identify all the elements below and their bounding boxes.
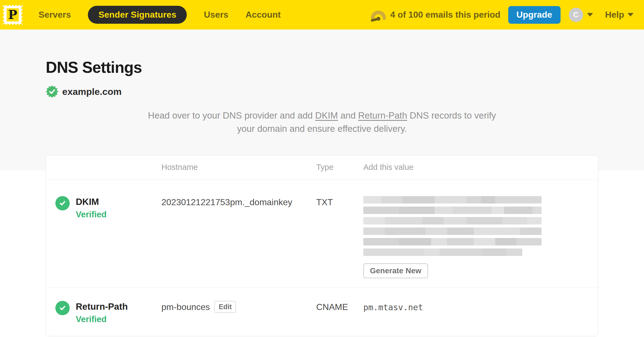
status-badge: Verified — [76, 210, 107, 219]
domain-row: example.com — [46, 85, 598, 98]
avatar[interactable]: C — [569, 8, 583, 22]
table-row-return-path: Return-Path Verified pm-bounces Edit CNA… — [46, 287, 598, 336]
dkim-hostname-cell: 20230121221753pm._domainkey — [161, 196, 316, 287]
generate-new-button[interactable]: Generate New — [363, 263, 428, 278]
primary-nav: Servers Sender Signatures Users Account — [39, 6, 281, 24]
chevron-down-icon — [627, 13, 634, 17]
top-navbar: P Servers Sender Signatures Users Accoun… — [0, 0, 644, 30]
redacted-row — [363, 228, 542, 235]
record-name: Return-Path — [76, 301, 128, 311]
header-type: Type — [316, 163, 363, 172]
return-path-type: CNAME — [316, 301, 363, 336]
table-row-dkim: DKIM Verified 20230121221753pm._domainke… — [46, 179, 598, 287]
dkim-status-cell: DKIM Verified — [55, 196, 161, 287]
postmark-stamp-icon[interactable]: P — [3, 4, 23, 26]
redacted-row — [363, 248, 522, 256]
dns-records-card: Hostname Type Add this value DKIM Verifi… — [46, 155, 598, 336]
account-menu[interactable]: C — [569, 8, 593, 22]
return-path-link[interactable]: Return-Path — [358, 110, 407, 121]
intro-text: Head over to your DNS provider and add D… — [146, 109, 498, 135]
return-path-hostname: pm-bounces — [161, 301, 210, 312]
help-menu[interactable]: Help — [605, 10, 634, 20]
logo-letter: P — [8, 8, 17, 22]
domain-name: example.com — [62, 86, 121, 97]
check-circle-icon — [55, 301, 70, 315]
return-path-value: pm.mtasv.net — [363, 301, 587, 336]
return-path-status-cell: Return-Path Verified — [55, 301, 161, 336]
nav-item-servers[interactable]: Servers — [39, 10, 71, 20]
gauge-icon — [370, 8, 386, 22]
table-header: Hostname Type Add this value — [46, 156, 598, 179]
record-name: DKIM — [76, 196, 107, 206]
chevron-down-icon — [587, 13, 593, 17]
dkim-value-cell: Generate New — [363, 196, 587, 287]
seal-check-icon — [46, 85, 58, 98]
upgrade-button[interactable]: Upgrade — [508, 6, 561, 24]
redacted-row — [363, 207, 542, 214]
return-path-hostname-cell: pm-bounces Edit — [161, 301, 316, 336]
dkim-hostname: 20230121221753pm._domainkey — [161, 196, 292, 207]
dkim-link[interactable]: DKIM — [315, 110, 338, 121]
intro-part1: Head over to your DNS provider and add — [148, 110, 315, 121]
nav-item-sender-signatures[interactable]: Sender Signatures — [88, 6, 187, 24]
help-label: Help — [605, 10, 624, 20]
nav-item-account[interactable]: Account — [245, 10, 281, 20]
dkim-value-redacted — [363, 196, 542, 256]
page-title: DNS Settings — [46, 30, 598, 76]
header-value: Add this value — [363, 163, 587, 172]
navbar-right: 4 of 100 emails this period Upgrade C He… — [370, 6, 634, 24]
edit-button[interactable]: Edit — [214, 301, 236, 313]
redacted-row — [363, 238, 542, 245]
redacted-row — [363, 217, 542, 224]
header-hostname: Hostname — [161, 163, 316, 172]
usage-counter: 4 of 100 emails this period — [390, 10, 500, 20]
dkim-type: TXT — [316, 196, 363, 287]
status-badge: Verified — [76, 315, 128, 323]
main-content: DNS Settings example.com Head over to yo… — [0, 30, 644, 337]
intro-part2: and — [338, 110, 358, 121]
check-circle-icon — [55, 196, 70, 210]
nav-item-users[interactable]: Users — [204, 10, 228, 20]
redacted-row — [363, 196, 542, 204]
